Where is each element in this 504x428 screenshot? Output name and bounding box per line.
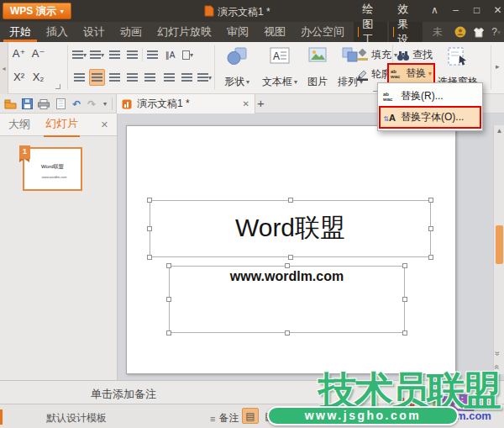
help-button[interactable]: ? ▾ — [488, 22, 504, 42]
tab-slideshow[interactable]: 幻灯片放映 — [150, 22, 219, 42]
tab-insert[interactable]: 插入 — [39, 22, 76, 42]
minimize-button[interactable]: – — [446, 0, 465, 20]
wps-app-menu-button[interactable]: WPS 演示 ▾ — [3, 3, 71, 19]
title-textbox[interactable]: Word联盟 — [150, 200, 431, 257]
slide-thumbnail-1[interactable]: 1 Word联盟 www.wordlm.com — [23, 147, 82, 191]
tab-design[interactable]: 设计 — [76, 22, 113, 42]
close-button[interactable]: ✕ — [488, 0, 504, 20]
tab-drawing-tools[interactable]: 绘图工具 — [354, 22, 387, 42]
menu-item-replace-label: 替换(R)... — [401, 89, 444, 103]
font-dialog-launcher[interactable] — [55, 84, 60, 89]
resize-handle[interactable] — [402, 330, 407, 336]
normal-view-button[interactable]: ▤ — [242, 408, 259, 424]
distribute-text-icon — [144, 73, 155, 82]
subtitle-textbox[interactable]: www.wordlm.com — [169, 266, 405, 333]
line-spacing-button[interactable] — [161, 69, 177, 86]
close-panel-button[interactable]: ✕ — [101, 119, 108, 130]
numbering-button[interactable]: ▾ — [89, 46, 105, 63]
resize-handle[interactable] — [288, 255, 293, 260]
page-preview-icon — [56, 98, 66, 109]
resize-handle[interactable] — [147, 226, 152, 231]
notes-toggle-button[interactable]: ≡ 备注 — [210, 411, 239, 425]
shapes-button[interactable]: 形状▾ — [218, 44, 256, 92]
thumbnail-subtitle-text: www.wordlm.com — [42, 175, 63, 178]
subscript-button[interactable]: X₂ — [30, 68, 46, 85]
redo-button[interactable]: ↷ — [84, 97, 99, 111]
text-direction-button[interactable]: ∥A — [162, 46, 178, 63]
grow-font-button[interactable]: A⁺ — [11, 45, 27, 61]
vertical-scrollbar[interactable]: ▲ « « — [493, 125, 504, 374]
document-tab[interactable]: 演示文稿1 * ✕ — [116, 94, 255, 114]
new-tab-button[interactable]: + — [257, 96, 265, 110]
resize-handle[interactable] — [428, 226, 433, 231]
shrink-font-button[interactable]: A⁻ — [30, 45, 46, 61]
context-tab-marker — [358, 27, 359, 37]
resize-handle[interactable] — [402, 263, 407, 268]
resize-handle[interactable] — [428, 255, 433, 260]
decrease-indent-button[interactable] — [107, 46, 123, 63]
text-orientation-button[interactable]: ▾ — [180, 46, 196, 63]
maximize-button[interactable]: □ — [467, 0, 486, 20]
panel-collapse-strip[interactable]: ◂ — [0, 42, 8, 94]
tab-outline[interactable]: 大纲 — [8, 117, 30, 132]
resize-handle[interactable] — [147, 198, 152, 203]
align-left-button[interactable] — [71, 69, 87, 86]
tab-slides[interactable]: 幻灯片 — [44, 113, 80, 137]
print-button[interactable] — [36, 97, 51, 111]
resize-handle[interactable] — [285, 330, 290, 336]
paragraph-mark-button[interactable] — [144, 46, 160, 63]
space-before-button[interactable] — [179, 69, 195, 86]
distribute-text-button[interactable] — [142, 69, 158, 86]
open-button[interactable] — [3, 97, 18, 111]
tab-effect-settings[interactable]: 效果设置 — [389, 22, 423, 42]
outline-icon — [356, 68, 369, 81]
undo-button[interactable]: ↶ — [69, 97, 84, 111]
resize-handle[interactable] — [147, 255, 152, 260]
resize-handle[interactable] — [166, 330, 171, 336]
login-button[interactable]: 未登录 — [428, 22, 451, 42]
previous-slide-button[interactable]: « — [495, 347, 500, 359]
resize-handle[interactable] — [288, 198, 293, 203]
textbox-button[interactable]: A 文本框▾ — [258, 44, 302, 92]
justify-button[interactable] — [124, 69, 140, 86]
close-tab-button[interactable]: ✕ — [243, 99, 249, 108]
scroll-up-icon[interactable]: ▲ — [494, 127, 504, 135]
menu-item-replace[interactable]: ab wac 替换(R)... — [380, 86, 480, 107]
ribbon-collapse-button[interactable]: ∧ — [425, 0, 444, 20]
save-button[interactable] — [19, 97, 34, 111]
tab-workspace[interactable]: 办公空间 — [293, 22, 352, 42]
resize-handle[interactable] — [166, 263, 171, 268]
align-right-button[interactable] — [107, 69, 123, 86]
arrange-label: 排列 — [338, 75, 358, 89]
qat-customize-button[interactable]: ▾ — [101, 97, 109, 111]
tab-review[interactable]: 审阅 — [219, 22, 256, 42]
bullets-button[interactable]: ▾ — [71, 46, 87, 63]
scrollbar-thumb[interactable] — [496, 225, 503, 264]
chevron-left-icon: ◂ — [2, 65, 5, 72]
find-button[interactable]: 查找 — [396, 46, 433, 64]
slide-canvas[interactable]: Word联盟 www.wordlm.com — [126, 125, 456, 374]
fill-button[interactable]: 填充 ▾ — [356, 46, 397, 64]
skin-icon[interactable] — [470, 22, 488, 42]
menu-item-replace-fonts[interactable]: ⇅A 替换字体(O)... — [380, 107, 480, 128]
tab-view[interactable]: 视图 — [256, 22, 293, 42]
resize-handle[interactable] — [402, 297, 407, 302]
resize-handle[interactable] — [166, 297, 171, 302]
picture-button[interactable]: 图片 — [302, 44, 333, 92]
account-avatar-icon[interactable] — [451, 22, 470, 42]
increase-indent-button[interactable] — [124, 46, 140, 63]
slide-sorter-view-button[interactable]: ▦ — [261, 408, 278, 424]
ribbon-more-button[interactable]: ▸ — [496, 62, 500, 71]
superscript-button[interactable]: X² — [11, 68, 27, 85]
tab-animation[interactable]: 动画 — [113, 22, 150, 42]
tab-home[interactable]: 开始 — [2, 22, 39, 42]
space-after-button[interactable]: ▾ — [197, 69, 213, 86]
decrease-indent-icon — [109, 50, 120, 60]
resize-handle[interactable] — [285, 263, 290, 268]
resize-handle[interactable] — [428, 198, 433, 203]
print-preview-button[interactable] — [53, 97, 68, 111]
notes-pane[interactable]: 单击添加备注 — [0, 380, 504, 404]
replace-button[interactable]: ab wac 替换 ▾ — [389, 65, 433, 82]
align-center-button[interactable] — [89, 69, 105, 86]
next-slide-button[interactable]: « — [495, 361, 500, 373]
